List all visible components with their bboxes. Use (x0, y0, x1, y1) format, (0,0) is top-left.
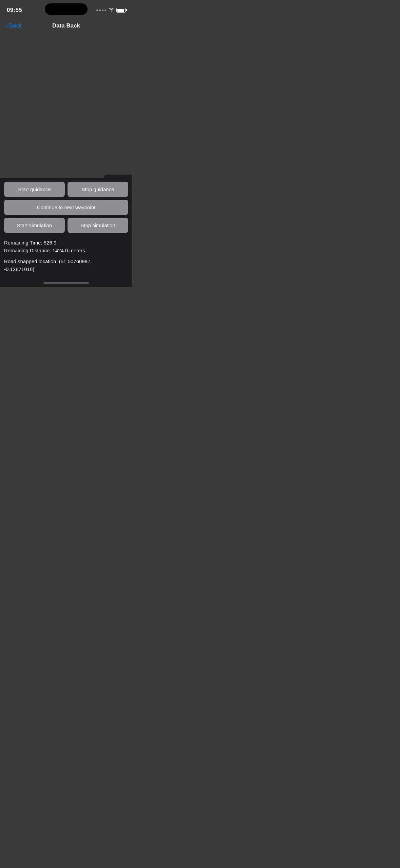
info-section: Remaining Time: 526.9 Remaining Distance… (4, 236, 128, 275)
continue-waypoint-button[interactable]: Continue to next waypoint (4, 200, 128, 215)
signal-dot-3 (102, 10, 103, 11)
signal-dot-4 (104, 10, 106, 11)
notch (45, 3, 88, 15)
stop-guidance-button[interactable]: Stop guidance (68, 182, 128, 197)
back-label: Back (9, 22, 22, 29)
signal-dot-1 (96, 10, 98, 11)
home-indicator (43, 282, 89, 284)
start-simulation-button[interactable]: Start simulation (4, 218, 65, 233)
status-time: 09:55 (7, 7, 22, 14)
stop-simulation-button[interactable]: Stop simulation (68, 218, 128, 233)
bottom-panel: Start guidance Stop guidance Continue to… (0, 178, 132, 287)
nav-title: Data Back (52, 22, 80, 29)
road-snapped-label: Road snapped location: (51.50760997, (4, 258, 128, 266)
guidance-button-row: Start guidance Stop guidance (4, 182, 128, 197)
signal-dots (96, 10, 106, 11)
road-snapped-coord: -0.12871016) (4, 266, 128, 273)
wifi-icon (108, 7, 114, 13)
start-guidance-button[interactable]: Start guidance (4, 182, 65, 197)
road-snapped-location: Road snapped location: (51.50760997, -0.… (4, 258, 128, 273)
nav-bar: ‹ Back Data Back (0, 18, 132, 33)
remaining-distance: Remaining Distance: 1424.0 meters (4, 247, 128, 255)
simulation-button-row: Start simulation Stop simulation (4, 218, 128, 233)
remaining-time: Remaining Time: 526.9 (4, 239, 128, 247)
battery-icon (116, 8, 126, 13)
back-chevron-icon: ‹ (5, 22, 8, 29)
back-button[interactable]: ‹ Back (5, 22, 22, 29)
map-content-area (0, 33, 132, 188)
status-bar: 09:55 (0, 0, 132, 18)
battery-fill (117, 9, 124, 12)
status-icons (96, 7, 126, 13)
signal-dot-2 (99, 10, 101, 11)
